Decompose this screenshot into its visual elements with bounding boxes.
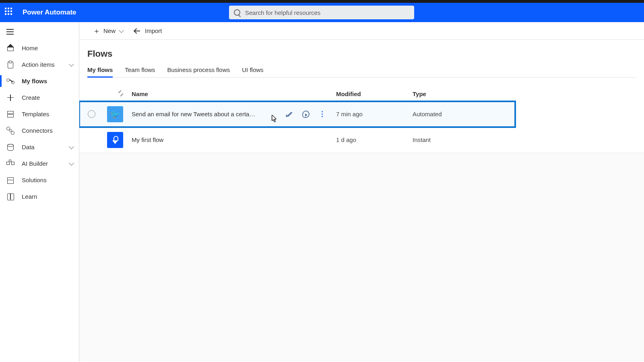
app-header: Power Automate xyxy=(0,3,644,22)
template-icon xyxy=(6,110,14,118)
row-checkbox[interactable] xyxy=(88,110,95,118)
flow-name[interactable]: Send an email for new Tweets about a cer… xyxy=(132,111,256,117)
sidebar: Home Action items My flows Create Templa… xyxy=(0,22,79,362)
sort-icon[interactable] xyxy=(118,90,124,96)
connector-icon xyxy=(6,127,14,135)
tabs: My flows Team flows Business process flo… xyxy=(87,66,636,78)
new-button[interactable]: ＋ New xyxy=(89,24,127,38)
search-wrap xyxy=(229,6,414,19)
sidebar-collapse-button[interactable] xyxy=(0,24,79,40)
sidebar-item-label: Action items xyxy=(22,61,55,68)
tab-ui-flows[interactable]: UI flows xyxy=(242,66,263,77)
sidebar-item-label: Data xyxy=(22,144,35,150)
clipboard-icon xyxy=(6,61,14,69)
sidebar-item-learn[interactable]: Learn xyxy=(0,188,79,205)
import-icon xyxy=(134,29,142,33)
more-icon[interactable] xyxy=(318,111,326,118)
sidebar-item-connectors[interactable]: Connectors xyxy=(0,122,79,139)
chevron-down-icon xyxy=(70,160,73,167)
import-button[interactable]: Import xyxy=(130,24,166,38)
flow-modified: 7 min ago xyxy=(328,111,409,117)
flow-type: Automated xyxy=(409,111,515,117)
database-icon xyxy=(6,143,14,151)
column-header-type[interactable]: Type xyxy=(409,90,644,97)
sidebar-item-label: Solutions xyxy=(22,177,47,183)
solutions-icon xyxy=(6,176,14,184)
sidebar-item-solutions[interactable]: Solutions xyxy=(0,172,79,188)
manual-trigger-icon xyxy=(107,132,123,148)
column-header-modified[interactable]: Modified xyxy=(328,90,409,97)
hamburger-icon xyxy=(6,31,14,32)
table-row[interactable]: My first flow 1 d ago Instant xyxy=(79,127,644,153)
flow-modified: 1 d ago xyxy=(328,136,409,143)
book-icon xyxy=(6,193,14,201)
sidebar-item-label: My flows xyxy=(22,78,47,84)
sidebar-item-action-items[interactable]: Action items xyxy=(0,56,79,73)
twitter-icon: 🐦 xyxy=(107,106,123,122)
command-bar: ＋ New Import xyxy=(79,22,644,40)
sidebar-item-label: Create xyxy=(22,94,40,101)
sidebar-item-data[interactable]: Data xyxy=(0,139,79,155)
plus-icon xyxy=(6,94,14,102)
sidebar-item-label: Templates xyxy=(22,111,49,117)
edit-icon[interactable] xyxy=(286,111,293,118)
chevron-down-icon xyxy=(120,27,123,34)
table-header: Name Modified Type xyxy=(79,90,644,101)
new-button-label: New xyxy=(103,27,116,34)
tab-business-process-flows[interactable]: Business process flows xyxy=(167,66,230,77)
import-button-label: Import xyxy=(145,27,162,34)
ai-icon xyxy=(6,160,14,168)
app-launcher-icon[interactable] xyxy=(5,8,14,17)
plus-icon: ＋ xyxy=(93,26,100,36)
app-title: Power Automate xyxy=(23,8,76,16)
sidebar-item-my-flows[interactable]: My flows xyxy=(0,73,79,89)
search-icon xyxy=(234,9,240,16)
sidebar-item-templates[interactable]: Templates xyxy=(0,106,79,122)
sidebar-item-label: AI Builder xyxy=(22,160,48,167)
flow-type: Instant xyxy=(409,136,644,143)
browser-chrome-bar xyxy=(0,0,644,3)
sidebar-item-label: Learn xyxy=(22,193,37,200)
flow-icon xyxy=(6,77,14,85)
main-content: ＋ New Import Flows My flows Team flows B… xyxy=(79,22,644,362)
sidebar-item-label: Connectors xyxy=(22,127,53,134)
sidebar-item-ai-builder[interactable]: AI Builder xyxy=(0,155,79,172)
search-input[interactable] xyxy=(229,6,414,19)
tab-team-flows[interactable]: Team flows xyxy=(125,66,155,77)
chevron-down-icon xyxy=(70,144,73,150)
sidebar-item-label: Home xyxy=(22,45,38,51)
column-header-name[interactable]: Name xyxy=(127,90,328,97)
tab-my-flows[interactable]: My flows xyxy=(87,66,113,77)
sidebar-item-home[interactable]: Home xyxy=(0,40,79,56)
table-row[interactable]: 🐦 Send an email for new Tweets about a c… xyxy=(79,101,515,127)
flow-name[interactable]: My first flow xyxy=(132,136,163,143)
sidebar-item-create[interactable]: Create xyxy=(0,89,79,106)
run-icon[interactable] xyxy=(302,111,310,118)
page-title: Flows xyxy=(87,49,636,59)
chevron-down-icon xyxy=(70,61,73,68)
home-icon xyxy=(6,44,14,52)
